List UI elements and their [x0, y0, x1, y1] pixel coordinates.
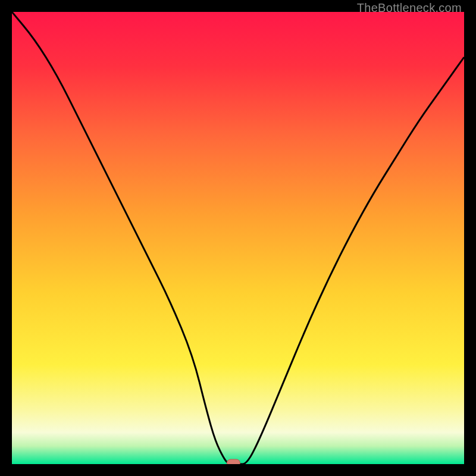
chart-svg [12, 12, 464, 464]
optimal-marker [227, 459, 240, 464]
gradient-background [12, 12, 464, 464]
watermark-text: TheBottleneck.com [357, 1, 462, 15]
chart-plot-area [12, 12, 464, 464]
